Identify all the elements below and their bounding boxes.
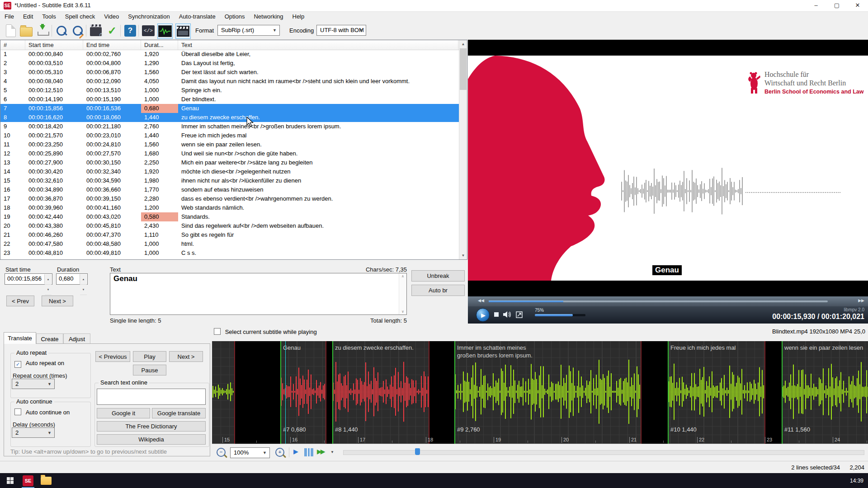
subtitle-row-4[interactable]: 400:00:08,04000:00:12,0904,050Damit das … — [0, 77, 459, 86]
format-select[interactable]: SubRip (.srt)▼ — [217, 25, 280, 36]
google-it-button[interactable]: Google it — [97, 408, 150, 418]
subtitle-row-18[interactable]: 1800:00:39,96000:00:41,1601,200Web stand… — [0, 203, 459, 212]
previous-button[interactable]: < Previous — [95, 351, 130, 362]
column-header[interactable]: Durat... — [141, 40, 178, 50]
next-button[interactable]: Next > — [169, 351, 203, 362]
waveform-ffwd-caret[interactable]: ▼ — [330, 450, 334, 454]
unbreak-button[interactable]: Unbreak — [411, 270, 465, 282]
wikipedia-button[interactable]: Wikipedia — [97, 434, 206, 445]
subtitle-row-23[interactable]: 2300:00:48,81000:00:49,8101,000C s s. — [0, 249, 459, 258]
replace-icon[interactable] — [71, 23, 85, 38]
waveform-play-icon[interactable]: ▶ — [293, 448, 298, 455]
waveform-toggle-icon[interactable] — [157, 23, 173, 39]
pause-button[interactable]: Pause — [133, 365, 166, 375]
subtitle-row-16[interactable]: 1600:00:34,89000:00:36,6601,770sondern a… — [0, 185, 459, 194]
menu-video[interactable]: Video — [99, 12, 123, 21]
subtitle-row-10[interactable]: 1000:00:21,57000:00:23,0101,440Freue ich… — [0, 131, 459, 140]
start-time-input[interactable]: 00:00:15,856 ▲▼ — [5, 273, 52, 285]
subtitle-row-20[interactable]: 2000:00:43,38000:00:45,8102,430Sind das … — [0, 221, 459, 230]
subtitle-row-1[interactable]: 100:00:00,84000:00:02,7601,920Überall di… — [0, 50, 459, 59]
subtitle-row-17[interactable]: 1700:00:36,87000:00:39,1502,280dass es e… — [0, 194, 459, 203]
delay-select[interactable]: 2▼ — [12, 427, 55, 438]
menu-synchronization[interactable]: Synchronization — [123, 12, 175, 21]
taskbar-subtitle-edit-icon[interactable]: SE — [19, 473, 37, 488]
seek-track[interactable] — [489, 300, 828, 302]
waveform-playhead[interactable] — [285, 341, 286, 444]
waveform-region-7[interactable]: Genau#7 0,680 — [280, 341, 326, 444]
subtitle-row-2[interactable]: 200:00:03,51000:00:04,8001,290Das Layout… — [0, 59, 459, 68]
auto-repeat-checkbox[interactable]: ✓ Auto repeat on — [14, 360, 64, 368]
waveform-region-10[interactable]: Freue ich mich jedes mal#10 1,440 — [668, 341, 765, 444]
start-button[interactable] — [1, 473, 19, 488]
menu-tools[interactable]: Tools — [38, 12, 60, 21]
waveform-view[interactable]: #6 1,000Genau#7 0,680zu diesem zwecke er… — [212, 341, 868, 444]
fullscreen-icon[interactable] — [516, 311, 523, 318]
volume-slider[interactable] — [535, 314, 585, 316]
waveform-scrollbar[interactable] — [343, 450, 864, 455]
column-header[interactable]: # — [0, 40, 25, 50]
select-current-checkbox[interactable]: Select current subtitle while playing — [214, 328, 317, 335]
subtitle-row-19[interactable]: 1900:00:42,44000:00:43,0200,580Standards… — [0, 212, 459, 221]
source-view-icon[interactable]: </> — [141, 23, 156, 38]
waveform-vertical-zoom-icon[interactable] — [304, 448, 313, 456]
menu-networking[interactable]: Networking — [249, 12, 288, 21]
menu-file[interactable]: File — [0, 12, 19, 21]
auto-br-button[interactable]: Auto br — [411, 285, 465, 296]
waveform-region-11[interactable]: wenn sie ein paar zeilen lesen#11 1,560 — [782, 341, 868, 444]
subtitle-row-8[interactable]: 800:00:16,62000:00:18,0601,440zu diesem … — [0, 113, 459, 122]
volume-icon[interactable] — [503, 311, 512, 318]
subtitle-row-11[interactable]: 1100:00:23,25000:00:24,8101,560wenn sie … — [0, 140, 459, 149]
waveform-region-9[interactable]: Immer im schatten meines großen bruders … — [454, 341, 642, 444]
google-translate-button[interactable]: Google translate — [152, 408, 206, 418]
subtitle-text-area[interactable]: Genau ∧∨ — [110, 273, 407, 315]
subtitle-row-3[interactable]: 300:00:05,31000:00:06,8701,560Der text l… — [0, 68, 459, 77]
spell-check-icon[interactable]: ✓ — [105, 23, 119, 38]
menu-help[interactable]: Help — [288, 12, 309, 21]
search-text-input[interactable] — [97, 389, 206, 405]
play-button[interactable]: Play — [133, 351, 166, 362]
waveform-zoom-select[interactable]: 100%▼ — [230, 447, 270, 458]
column-header[interactable]: Start time — [25, 40, 83, 50]
select-current-checkbox-box[interactable] — [214, 328, 221, 335]
waveform-zoom-in-icon[interactable]: + — [275, 448, 284, 457]
taskbar-file-explorer-icon[interactable] — [37, 473, 55, 488]
visual-sync-icon[interactable] — [89, 23, 103, 38]
next-subtitle-button[interactable]: Next > — [42, 296, 73, 306]
new-file-icon[interactable] — [4, 23, 18, 38]
column-header[interactable]: End time — [83, 40, 141, 50]
subtitle-row-5[interactable]: 500:00:12,51000:00:13,5101,000Springe ic… — [0, 86, 459, 95]
save-icon[interactable] — [35, 23, 50, 38]
tab-translate[interactable]: Translate — [4, 332, 36, 344]
subtitle-row-9[interactable]: 900:00:18,42000:00:21,1802,760Immer im s… — [0, 122, 459, 131]
video-toggle-icon[interactable] — [175, 23, 191, 39]
open-file-icon[interactable] — [19, 23, 33, 38]
menu-spell-check[interactable]: Spell check — [61, 12, 99, 21]
encoding-select[interactable]: UTF-8 with BOM▼ — [316, 25, 366, 36]
help-icon[interactable]: ? — [123, 23, 137, 38]
stop-button[interactable] — [494, 312, 499, 317]
prev-subtitle-button[interactable]: < Prev — [6, 296, 34, 306]
repeat-count-select[interactable]: 2▼ — [12, 379, 55, 389]
subtitle-row-13[interactable]: 1300:00:27,90000:00:30,1502,250Mich ein … — [0, 158, 459, 167]
waveform-zoom-out-icon[interactable]: − — [217, 448, 226, 457]
waveform-region-6[interactable]: #6 1,000 — [212, 341, 235, 444]
subtitle-row-22[interactable]: 2200:00:47,58000:00:48,5801,000html. — [0, 239, 459, 249]
play-pause-button[interactable]: ▶ — [476, 308, 490, 322]
column-header[interactable]: Text — [178, 40, 458, 50]
subtitle-row-21[interactable]: 2100:00:46,26000:00:47,3701,110So gibt e… — [0, 230, 459, 239]
tab-create[interactable]: Create — [36, 333, 63, 344]
waveform-region-8[interactable]: zu diesem zwecke erschaffen.#8 1,440 — [332, 341, 429, 444]
subtitle-row-7[interactable]: 700:00:15,85600:00:16,5360,680Genau — [0, 104, 459, 113]
video-frame[interactable]: Hochschule für Wirtschaft und Recht Berl… — [468, 56, 868, 281]
menu-edit[interactable]: Edit — [19, 12, 38, 21]
subtitle-list-scrollbar[interactable]: ▲ ▼ — [459, 40, 467, 259]
menu-options[interactable]: Options — [220, 12, 250, 21]
waveform-ffwd-icon[interactable]: ▶▶ — [317, 448, 324, 455]
seek-back-icon[interactable]: ◀◀ — [478, 298, 484, 303]
waveform-position-marker[interactable] — [415, 448, 420, 455]
tab-adjust[interactable]: Adjust — [63, 333, 90, 344]
menu-auto-translate[interactable]: Auto-translate — [175, 12, 220, 21]
find-icon[interactable] — [54, 23, 69, 38]
subtitle-row-6[interactable]: 600:00:14,19000:00:15,1901,000Der blindt… — [0, 95, 459, 104]
subtitle-row-14[interactable]: 1400:00:30,42000:00:32,3401,920möchte ic… — [0, 167, 459, 176]
